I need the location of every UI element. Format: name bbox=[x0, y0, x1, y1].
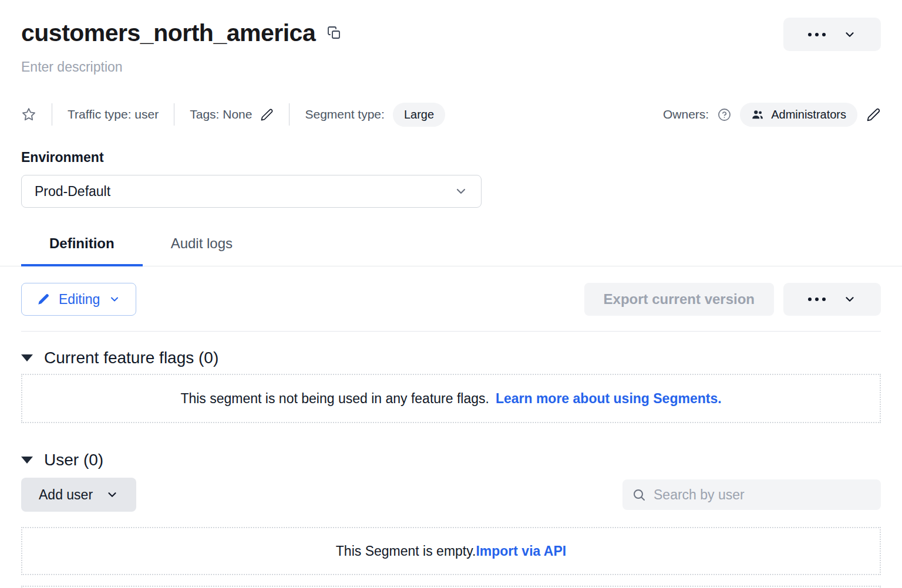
owners-group: Owners: Administrators bbox=[663, 103, 881, 127]
definition-toolbar: Editing Export current version bbox=[21, 283, 881, 316]
export-current-version-button[interactable]: Export current version bbox=[584, 283, 774, 316]
editing-button[interactable]: Editing bbox=[21, 283, 136, 316]
environment-selected-value: Prod-Default bbox=[35, 184, 110, 200]
user-section-header[interactable]: User (0) bbox=[21, 450, 881, 470]
user-section-title: User (0) bbox=[44, 451, 103, 469]
user-toolbar: Add user bbox=[21, 478, 881, 512]
segment-type-badge: Large bbox=[393, 103, 445, 127]
owners-edit-icon[interactable] bbox=[866, 107, 881, 122]
tab-definition[interactable]: Definition bbox=[21, 235, 143, 266]
more-icon[interactable] bbox=[808, 298, 826, 301]
divider bbox=[52, 103, 52, 126]
user-search-input[interactable] bbox=[654, 487, 871, 503]
owners-badge[interactable]: Administrators bbox=[740, 103, 857, 127]
user-empty-text: This Segment is empty. bbox=[336, 543, 476, 559]
feature-flags-section-header[interactable]: Current feature flags (0) bbox=[21, 348, 881, 368]
header: customers_north_america bbox=[21, 18, 881, 51]
more-icon[interactable] bbox=[808, 33, 826, 36]
environment-select[interactable]: Prod-Default bbox=[21, 175, 482, 208]
collapse-caret-icon[interactable] bbox=[21, 354, 33, 361]
feature-flags-section-title: Current feature flags (0) bbox=[44, 349, 218, 367]
tab-audit-logs[interactable]: Audit logs bbox=[143, 235, 261, 266]
divider bbox=[289, 103, 290, 126]
user-empty-state: This Segment is empty. Import via API bbox=[21, 527, 881, 575]
chevron-down-icon bbox=[106, 488, 119, 501]
add-user-label: Add user bbox=[39, 487, 93, 503]
description-input[interactable]: Enter description bbox=[21, 59, 881, 76]
divider bbox=[174, 103, 174, 126]
feature-flags-empty-text: This segment is not being used in any fe… bbox=[180, 391, 489, 407]
chevron-down-icon bbox=[109, 293, 120, 305]
user-search bbox=[622, 479, 881, 510]
header-actions-button[interactable] bbox=[783, 18, 881, 51]
divider bbox=[21, 331, 881, 332]
tags-edit-icon[interactable] bbox=[260, 108, 274, 121]
chevron-down-icon[interactable] bbox=[843, 293, 856, 306]
tabs: Definition Audit logs bbox=[0, 235, 902, 266]
environment-label: Environment bbox=[21, 150, 881, 167]
traffic-type-label: Traffic type: user bbox=[68, 107, 159, 121]
import-via-api-link[interactable]: Import via API bbox=[476, 543, 566, 559]
users-icon bbox=[751, 108, 764, 121]
editing-label: Editing bbox=[59, 292, 100, 307]
help-icon[interactable] bbox=[718, 108, 731, 121]
pencil-icon bbox=[37, 293, 50, 306]
definition-actions-button[interactable] bbox=[783, 283, 881, 316]
tags-label: Tags: None bbox=[190, 107, 252, 121]
owners-label: Owners: bbox=[663, 107, 709, 121]
copy-icon[interactable] bbox=[327, 25, 341, 41]
feature-flags-empty-state: This segment is not being used in any fe… bbox=[21, 374, 881, 423]
meta-row: Traffic type: user Tags: None Segment ty… bbox=[21, 103, 881, 126]
segment-page: customers_north_america Enter descriptio… bbox=[0, 0, 902, 588]
collapse-caret-icon[interactable] bbox=[21, 457, 33, 464]
page-title: customers_north_america bbox=[21, 19, 315, 47]
learn-more-link[interactable]: Learn more about using Segments. bbox=[496, 391, 722, 407]
owners-value: Administrators bbox=[771, 108, 846, 121]
chevron-down-icon bbox=[454, 184, 468, 198]
toolbar-right: Export current version bbox=[584, 283, 881, 316]
title-wrap: customers_north_america bbox=[21, 18, 341, 48]
chevron-down-icon[interactable] bbox=[843, 28, 856, 41]
segment-type-label: Segment type: bbox=[305, 107, 384, 121]
favorite-star-icon[interactable] bbox=[21, 107, 36, 122]
search-icon bbox=[632, 488, 646, 502]
user-empty-state-overflow bbox=[21, 586, 881, 588]
add-user-button[interactable]: Add user bbox=[21, 478, 136, 512]
